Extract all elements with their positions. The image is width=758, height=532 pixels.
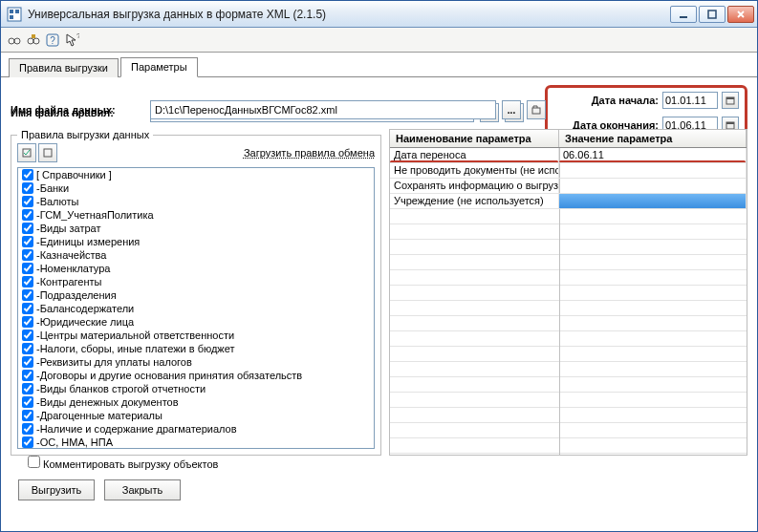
tree-item-label: -Балансодержатели (36, 303, 134, 314)
comment-objects-checkbox[interactable] (28, 456, 40, 468)
tree-item-label: -Виды денежных документов (36, 396, 179, 408)
tree-item-checkbox[interactable] (22, 303, 33, 314)
tree-item[interactable]: -Виды затрат (18, 222, 374, 235)
tab-rules[interactable]: Правила выгрузки (9, 58, 119, 77)
grid-cell-name: Не проводить документы (не испо (390, 163, 559, 178)
tree-item[interactable]: -Реквизиты для уплаты налогов (18, 355, 374, 369)
tree-item[interactable]: -ГСМ_УчетнаяПолитика (18, 208, 374, 222)
date-start-input[interactable] (662, 92, 718, 109)
tree-item-checkbox[interactable] (22, 182, 33, 194)
tree-item-checkbox[interactable] (22, 410, 33, 421)
maximize-button[interactable] (699, 6, 726, 23)
svg-rect-3 (10, 15, 13, 19)
svg-point-7 (14, 38, 20, 44)
grid-header-name[interactable]: Наименование параметра (390, 130, 559, 147)
data-file-input[interactable] (150, 100, 496, 119)
data-file-extra-button[interactable] (527, 100, 546, 119)
grid-row[interactable]: Не проводить документы (не испо (390, 163, 747, 179)
uncheck-all-button[interactable] (38, 143, 57, 162)
svg-rect-5 (708, 11, 716, 18)
svg-rect-16 (726, 97, 734, 99)
tree-item[interactable]: -Валюты (18, 195, 374, 208)
grid-body[interactable]: Дата переноса06.06.11Не проводить докуме… (390, 148, 747, 455)
tree-item[interactable]: -Наличие и содержание драгматериалов (18, 422, 374, 436)
glasses-icon[interactable] (7, 32, 22, 48)
tree-item[interactable]: -Виды бланков строгой отчетности (18, 382, 374, 395)
svg-text:?: ? (50, 35, 55, 46)
tree-item[interactable]: -Юридические лица (18, 315, 374, 329)
tree-item-checkbox[interactable] (22, 263, 33, 274)
tree-item[interactable]: -Налоги, сборы, иные платежи в бюджет (18, 342, 374, 355)
tree-item-label: -Наличие и содержание драгматериалов (36, 423, 237, 435)
tree-item-checkbox[interactable] (22, 316, 33, 328)
svg-rect-10 (32, 34, 35, 38)
export-button[interactable]: Выгрузить (18, 479, 95, 500)
tree-item-checkbox[interactable] (22, 236, 33, 247)
grid-cell-name: Дата переноса (390, 148, 559, 162)
tree-item-checkbox[interactable] (22, 356, 33, 368)
tree-item-label: -Валюты (36, 196, 79, 207)
tree-item-checkbox[interactable] (22, 169, 33, 181)
tree-item-checkbox[interactable] (22, 209, 33, 221)
tree-item[interactable]: -Контрагенты (18, 275, 374, 288)
grid-row[interactable]: Дата переноса06.06.11 (390, 148, 747, 163)
tree-item-label: -Казначейства (36, 249, 106, 261)
toolbar: ? ? (1, 28, 757, 53)
tree-item[interactable]: -Договоры и другие основания принятия об… (18, 369, 374, 382)
pointer-help-icon[interactable]: ? (64, 32, 79, 48)
grid-header-value[interactable]: Значение параметра (559, 130, 747, 147)
tree-item[interactable]: -Казначейства (18, 248, 374, 262)
date-start-label: Дата начала: (553, 95, 659, 106)
tree-item-checkbox[interactable] (22, 249, 33, 261)
glasses-locked-icon[interactable] (26, 32, 41, 48)
tree-item-label: -Драгоценные материалы (36, 410, 162, 421)
tree-item-checkbox[interactable] (22, 196, 33, 207)
svg-rect-2 (15, 10, 19, 13)
tree-item-checkbox[interactable] (22, 223, 33, 234)
grid-cell-value[interactable]: 06.06.11 (559, 148, 747, 162)
tree-item-label: -Единицы измерения (36, 236, 140, 247)
rules-panel: Правила выгрузки данных Загрузить правил… (11, 129, 381, 456)
grid-cell-value[interactable] (559, 163, 747, 178)
grid-cell-value[interactable] (559, 179, 747, 193)
close-dialog-button[interactable]: Закрыть (104, 479, 181, 500)
date-start-calendar-button[interactable] (722, 92, 739, 109)
grid-row[interactable]: Сохранять информацию о выгрузк (390, 179, 747, 194)
tree-item[interactable]: -Подразделения (18, 288, 374, 302)
tree-item-checkbox[interactable] (22, 330, 33, 341)
help-icon[interactable]: ? (45, 32, 60, 48)
tree-item-label: -ОС, НМА, НПА (36, 436, 113, 448)
load-rules-link[interactable]: Загрузить правила обмена (244, 147, 375, 159)
tree-item-checkbox[interactable] (22, 423, 33, 435)
grid-cell-name: Сохранять информацию о выгрузк (390, 179, 559, 193)
check-all-button[interactable] (17, 143, 36, 162)
minimize-button[interactable] (670, 6, 697, 23)
tree-item-label: -Номенклатура (36, 263, 110, 274)
close-button[interactable] (727, 6, 754, 23)
tree-item-checkbox[interactable] (22, 370, 33, 381)
tree-item-checkbox[interactable] (22, 396, 33, 408)
rules-tree[interactable]: [ Справочники ]-Банки-Валюты-ГСМ_Учетная… (17, 167, 375, 449)
window-title: Универсальная выгрузка данных в формате … (28, 8, 670, 21)
grid-row[interactable]: Учреждение (не используется) (390, 194, 747, 209)
tree-item-checkbox[interactable] (22, 289, 33, 301)
tree-item[interactable]: -Номенклатура (18, 262, 374, 275)
tree-item-checkbox[interactable] (22, 343, 33, 354)
tab-parameters[interactable]: Параметры (120, 57, 198, 77)
tree-item[interactable]: -Драгоценные материалы (18, 409, 374, 422)
tree-item[interactable]: -Банки (18, 181, 374, 195)
tree-item[interactable]: -Балансодержатели (18, 302, 374, 315)
svg-text:?: ? (76, 32, 79, 40)
tree-item[interactable]: -Центры материальной ответственности (18, 329, 374, 342)
tree-item[interactable]: [ Справочники ] (18, 168, 374, 181)
tree-item[interactable]: -Единицы измерения (18, 235, 374, 248)
tree-item-label: -ГСМ_УчетнаяПолитика (36, 209, 154, 221)
tree-item-label: -Контрагенты (36, 276, 101, 287)
tree-item[interactable]: -ОС, НМА, НПА (18, 436, 374, 449)
tree-item[interactable]: -Виды денежных документов (18, 395, 374, 409)
data-file-browse-button[interactable]: ... (502, 100, 521, 119)
tree-item-checkbox[interactable] (22, 383, 33, 394)
grid-cell-value[interactable] (559, 194, 747, 208)
tree-item-checkbox[interactable] (22, 276, 33, 287)
tree-item-checkbox[interactable] (22, 436, 33, 448)
